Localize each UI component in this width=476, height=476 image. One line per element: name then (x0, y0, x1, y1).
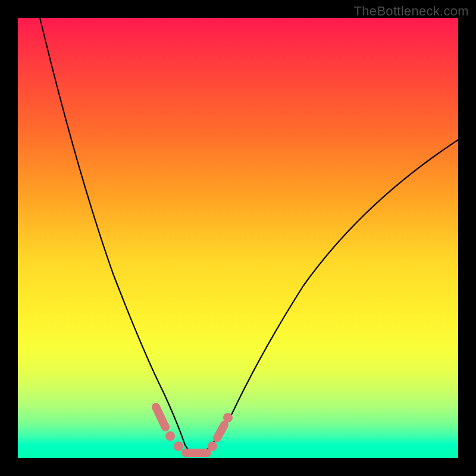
marker-cluster (156, 407, 233, 453)
left-curve (40, 18, 194, 453)
plot-area (18, 18, 458, 458)
marker-dot-1 (165, 431, 175, 441)
right-curve (202, 140, 458, 453)
marker-seg-1 (156, 407, 165, 427)
curves-svg (18, 18, 458, 458)
watermark: TheBottleneck.com (354, 4, 469, 19)
marker-dot-3 (208, 441, 217, 451)
marker-dot-2 (174, 441, 183, 451)
chart-frame: TheBottleneck.com (0, 0, 476, 476)
marker-dot-4 (223, 413, 233, 422)
marker-seg-3 (217, 425, 224, 438)
